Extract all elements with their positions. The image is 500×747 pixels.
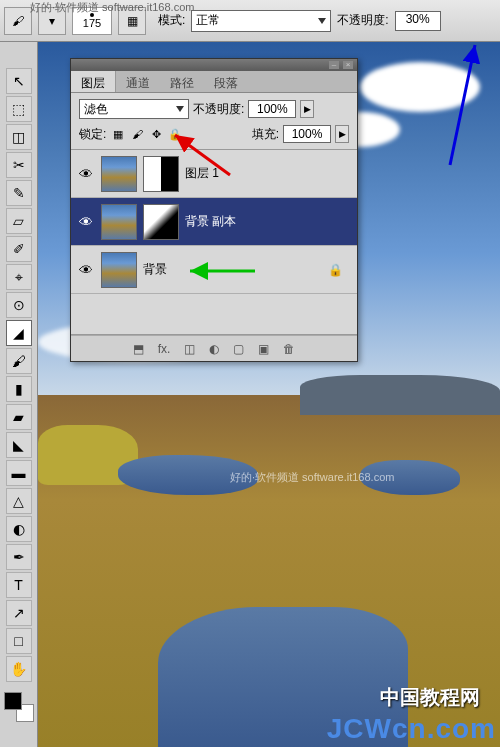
blend-mode-select[interactable]: 正常 — [191, 10, 331, 32]
layer-blend-mode-select[interactable]: 滤色 — [79, 99, 189, 119]
annotation-arrow-green — [180, 256, 260, 289]
opacity-flyout-icon[interactable]: ▶ — [300, 100, 314, 118]
lock-icon: 🔒 — [328, 263, 343, 277]
crop-tool[interactable]: ✂ — [6, 152, 32, 178]
lock-position-icon[interactable]: ✥ — [148, 126, 164, 142]
layer-row[interactable]: 👁 背景 副本 — [71, 198, 357, 246]
tab-layers[interactable]: 图层 — [71, 71, 116, 92]
lock-pixels-icon[interactable]: 🖌 — [129, 126, 145, 142]
visibility-icon[interactable]: 👁 — [77, 165, 95, 183]
watermark-cn: 中国教程网 — [380, 684, 480, 711]
fill-input[interactable]: 100% — [283, 125, 331, 143]
slice-tool[interactable]: ✎ — [6, 180, 32, 206]
opacity-label: 不透明度: — [337, 12, 388, 29]
tool-palette: ↖ ⬚ ◫ ✂ ✎ ▱ ✐ ⌖ ⊙ ◢ 🖌 ▮ ▰ ◣ ▬ △ ◐ ✒ T ↗ … — [0, 42, 38, 747]
move-tool[interactable]: ↖ — [6, 68, 32, 94]
layer-opacity-input[interactable]: 100% — [248, 100, 296, 118]
layer-name: 背景 副本 — [185, 213, 236, 230]
brush-tool[interactable]: ◢ — [6, 320, 32, 346]
type-tool[interactable]: ✒ — [6, 544, 32, 570]
marquee-tool[interactable]: ⬚ — [6, 96, 32, 122]
healing-tool[interactable]: ⌖ — [6, 264, 32, 290]
close-icon[interactable]: × — [343, 61, 353, 69]
minimize-icon[interactable]: – — [329, 61, 339, 69]
blur-tool[interactable]: ▬ — [6, 460, 32, 486]
watermark-url: JCWcn.com — [327, 713, 496, 745]
link-layers-icon[interactable]: ⬒ — [133, 342, 144, 356]
layer-thumbnail[interactable] — [101, 156, 137, 192]
patch-tool[interactable]: ▱ — [6, 208, 32, 234]
layer-opacity-label: 不透明度: — [193, 101, 244, 118]
clone-tool[interactable]: ⊙ — [6, 292, 32, 318]
blend-mode-value: 正常 — [196, 12, 220, 29]
new-layer-icon[interactable]: ▣ — [258, 342, 269, 356]
watermark-mid: 好的·软件频道 software.it168.com — [230, 470, 394, 485]
lock-transparency-icon[interactable]: ▦ — [110, 126, 126, 142]
fill-flyout-icon[interactable]: ▶ — [335, 125, 349, 143]
pen-tool[interactable]: ◐ — [6, 516, 32, 542]
visibility-icon[interactable]: 👁 — [77, 213, 95, 231]
panel-footer: ⬒ fx. ◫ ◐ ▢ ▣ 🗑 — [71, 335, 357, 361]
visibility-icon[interactable]: 👁 — [77, 261, 95, 279]
panel-header[interactable]: – × — [71, 59, 357, 71]
annotation-arrow-red — [165, 130, 235, 183]
tab-paragraph[interactable]: 段落 — [204, 71, 248, 92]
layer-blend-mode-value: 滤色 — [84, 101, 108, 118]
chevron-down-icon — [318, 18, 326, 24]
adjustment-layer-icon[interactable]: ◐ — [209, 342, 219, 356]
hand-tool[interactable]: □ — [6, 628, 32, 654]
svg-line-0 — [175, 135, 230, 175]
history-brush-tool[interactable]: ▮ — [6, 376, 32, 402]
layers-panel: – × 图层 通道 路径 段落 滤色 不透明度: 100% ▶ 锁定: ▦ 🖌 … — [70, 58, 358, 362]
chevron-down-icon — [176, 106, 184, 112]
group-icon[interactable]: ▢ — [233, 342, 244, 356]
layer-name: 背景 — [143, 261, 167, 278]
path-tool[interactable]: T — [6, 572, 32, 598]
tab-paths[interactable]: 路径 — [160, 71, 204, 92]
zoom-tool[interactable]: ✋ — [6, 656, 32, 682]
opacity-input[interactable]: 30% — [395, 11, 441, 31]
lasso-tool[interactable]: ◫ — [6, 124, 32, 150]
gradient-tool[interactable]: ◣ — [6, 432, 32, 458]
watermark-top: 好的·软件频道 software.it168.com — [30, 0, 194, 15]
layer-thumbnail[interactable] — [101, 252, 137, 288]
layer-mask-thumbnail[interactable] — [143, 204, 179, 240]
panel-tabs: 图层 通道 路径 段落 — [71, 71, 357, 93]
shape-tool[interactable]: ↗ — [6, 600, 32, 626]
lock-label: 锁定: — [79, 126, 106, 143]
eyedropper-tool[interactable]: ✐ — [6, 236, 32, 262]
brush-preset-icon[interactable]: 🖌 — [4, 7, 32, 35]
dodge-tool[interactable]: △ — [6, 488, 32, 514]
annotation-arrow-blue — [440, 40, 480, 173]
stamp-tool[interactable]: 🖌 — [6, 348, 32, 374]
tab-channels[interactable]: 通道 — [116, 71, 160, 92]
layer-mask-icon[interactable]: ◫ — [184, 342, 195, 356]
brush-size-value: 175 — [83, 17, 101, 29]
color-swatches[interactable] — [4, 692, 34, 722]
layer-style-icon[interactable]: fx. — [158, 342, 171, 356]
layer-thumbnail[interactable] — [101, 204, 137, 240]
svg-line-2 — [450, 45, 475, 165]
trash-icon[interactable]: 🗑 — [283, 342, 295, 356]
foreground-color-swatch[interactable] — [4, 692, 22, 710]
eraser-tool[interactable]: ▰ — [6, 404, 32, 430]
fill-label: 填充: — [252, 126, 279, 143]
